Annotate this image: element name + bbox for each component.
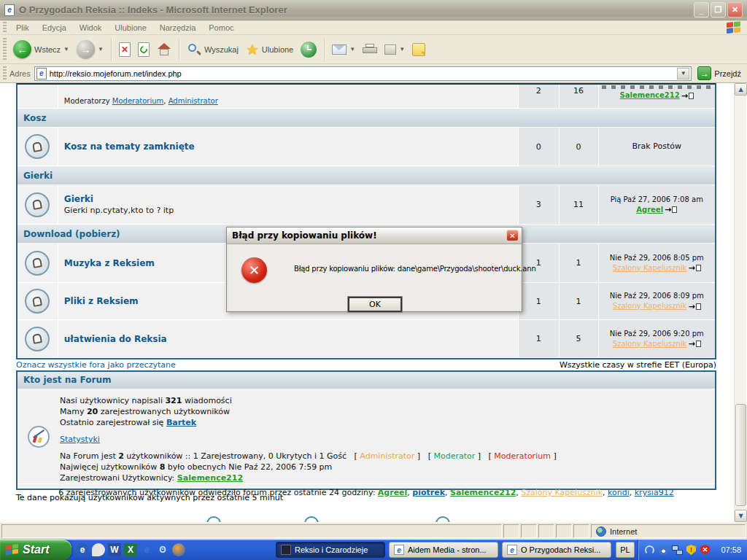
messenger-button[interactable] [409,43,429,56]
mail-dropdown-icon[interactable]: ▼ [349,46,355,52]
scroll-up-button[interactable]: ▲ [735,83,747,96]
toolbar-grip[interactable] [3,38,7,61]
edit-button[interactable]: ▼ [381,44,409,55]
last-post: Brak Postów [598,128,715,166]
task-o-przygodach[interactable]: e O Przygodach Reksi... [502,542,611,558]
quick-launch-messenger-icon[interactable] [92,543,105,556]
quick-launch-word-icon[interactable]: W [108,543,121,556]
mark-all-read-link[interactable]: Oznacz wszystkie fora jako przeczytane [16,360,176,370]
goto-post-icon[interactable]: → [665,206,677,214]
menu-grip[interactable] [3,22,7,33]
restore-button[interactable]: ❐ [711,2,726,18]
scroll-down-button[interactable]: ▼ [735,510,747,522]
stop-button[interactable]: ✕ [115,42,134,57]
forum-link-gierki[interactable]: Gierki [64,194,512,204]
tray-update-icon[interactable] [644,545,655,556]
task-aidem-media[interactable]: e Aidem Media - stron... [389,542,498,558]
tray-wireless-icon[interactable] [658,545,669,556]
quick-launch-ie-icon[interactable]: e [76,543,89,556]
title-bar: e O Przygodach Reksia :: Indeks - Micros… [0,0,747,20]
legend-moderator[interactable]: Moderator [433,451,475,461]
link-visitor[interactable]: piotrek [412,488,445,497]
print-button[interactable] [359,44,381,55]
legend-administrator[interactable]: Administrator [360,451,414,461]
link-visitor[interactable]: Szalony Kapelusznik [521,488,603,497]
legend-moderatorium[interactable]: Moderatorium [494,451,551,461]
stats-line-newest: Ostatnio zarejestrował się Bartek [60,417,715,428]
forward-button[interactable]: → ▼ [73,40,107,58]
search-button[interactable]: Wyszukaj [183,42,242,57]
link-online-user[interactable]: Salemence212 [177,473,243,483]
history-button[interactable] [297,42,320,58]
address-bar: Adres e http://reksio.mojeforum.net/inde… [0,64,747,83]
scrollbar-thumb[interactable] [735,404,746,506]
topics-count: 0 [518,128,559,166]
link-last-poster[interactable]: Szalony Kapelusznik [613,264,687,272]
refresh-button[interactable] [134,42,153,57]
address-grip[interactable] [3,66,7,81]
link-last-poster[interactable]: Salemence212 [620,91,680,99]
tray-security-warning-icon[interactable]: ! [686,545,697,556]
forum-link-kosz[interactable]: Kosz na tematy zamknięte [64,141,512,152]
edit-dropdown-icon[interactable]: ▼ [399,46,405,52]
link-last-poster[interactable]: Szalony Kapelusznik [613,302,687,310]
dialog-ok-button[interactable]: OK [348,297,402,312]
menu-narzedzia[interactable]: Narzędzia [153,22,203,34]
forum-icon [25,134,50,159]
favorites-button[interactable]: ★ Ulubione [242,42,297,57]
forum-link-ulatwienia[interactable]: ułatwienia do Reksia [64,334,512,344]
goto-post-icon[interactable]: → [688,264,700,272]
link-newest-user[interactable]: Bartek [166,418,196,427]
go-button[interactable]: → Przejdź [697,66,741,80]
toolbar: ← Wstecz ▼ → ▼ ✕ Wyszukaj ★ Ulubione ▼ ▼ [0,35,747,64]
stop-icon: ✕ [119,42,131,57]
last-post-date: Nie Paź 29, 2006 9:20 pm [610,329,704,339]
vertical-scrollbar[interactable]: ▲ ▼ [734,83,746,522]
home-button[interactable] [153,43,175,56]
tray-network-icon[interactable] [672,545,683,556]
dialog-title: Błąd przy kopiowaniu plików! [232,230,377,241]
menu-ulubione[interactable]: Ulubione [108,22,152,34]
address-dropdown-icon[interactable]: ▼ [677,68,689,79]
menu-plik[interactable]: Plik [9,22,36,34]
mail-icon [332,44,347,55]
dialog-close-button[interactable]: ✕ [506,230,519,241]
quick-launch-media-player-icon[interactable] [172,543,185,556]
menu-pomoc[interactable]: Pomoc [202,22,240,34]
edit-icon [384,44,396,55]
link-visitor[interactable]: krysia912 [635,488,674,497]
goto-post-icon[interactable]: → [688,303,700,311]
mail-button[interactable]: ▼ [328,44,359,55]
quick-launch-msn-icon[interactable]: ʘ [156,543,169,556]
tray-antivirus-icon[interactable]: ✕ [700,545,711,556]
link-visitor[interactable]: kondi [608,488,630,497]
goto-post-icon[interactable]: → [681,92,694,100]
forum-icon [25,289,50,314]
start-button[interactable]: Start [0,540,71,560]
close-button[interactable]: ✕ [727,2,743,18]
back-button[interactable]: ← Wstecz ▼ [9,40,73,58]
menu-edycja[interactable]: Edycja [36,22,73,34]
topics-count: 1 [518,320,559,357]
quick-launch-excel-icon[interactable]: X [124,543,137,556]
link-last-poster[interactable]: Szalony Kapelusznik [613,340,687,348]
clock[interactable]: 07:58 [721,545,741,554]
back-dropdown-icon[interactable]: ▼ [63,46,69,52]
online-line: Na Forum jest 2 użytkowników :: 1 Zareje… [60,451,715,462]
forward-dropdown-icon[interactable]: ▼ [98,46,104,52]
link-visitor[interactable]: Agreel [378,488,408,497]
quick-launch-explorer-icon[interactable]: e [140,543,153,556]
link-moderatorium[interactable]: Moderatorium [112,97,164,105]
dialog-title-bar[interactable]: Błąd przy kopiowaniu plików! ✕ [227,228,522,244]
goto-post-icon[interactable]: → [688,340,700,348]
address-input[interactable]: e http://reksio.mojeforum.net/index.php … [34,66,692,81]
address-url[interactable]: http://reksio.mojeforum.net/index.php [50,69,675,78]
minimize-button[interactable]: _ [694,2,709,18]
link-visitor[interactable]: Salemence212 [450,488,516,497]
menu-widok[interactable]: Widok [73,22,109,34]
language-indicator[interactable]: PL [616,542,635,558]
statistics-link[interactable]: Statystyki [60,435,100,444]
link-last-poster[interactable]: Agreel [636,206,663,214]
task-reksio[interactable]: Reksio i Czarodzieje [276,542,385,558]
link-administrator[interactable]: Administrator [169,97,218,105]
